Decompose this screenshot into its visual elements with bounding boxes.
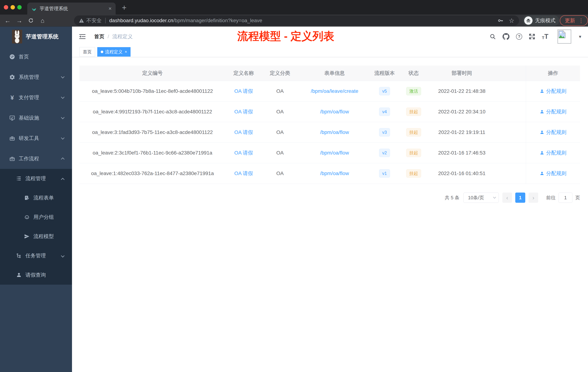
tag-label: 流程定义 xyxy=(105,49,123,55)
sidebar-collapse-icon[interactable] xyxy=(79,34,86,40)
avatar-caret-icon[interactable]: ▾ xyxy=(579,34,581,40)
cell-definition-id: oa_leave:1:482ec033-762a-11ec-8477-a2380… xyxy=(79,171,225,176)
chevron-down-icon xyxy=(61,254,64,258)
tag-label: 首页 xyxy=(83,49,92,55)
tag-home[interactable]: 首页 xyxy=(79,47,95,57)
browser-menu-icon[interactable]: ⋮ xyxy=(578,17,584,24)
table-row: oa_leave:3:1fad3d93-7b75-11ec-a3c8-acde4… xyxy=(79,122,580,143)
definition-name-link[interactable]: OA 请假 xyxy=(234,88,253,94)
user-icon xyxy=(540,171,544,176)
dashboard-icon xyxy=(9,54,15,60)
security-label[interactable]: 不安全 xyxy=(86,17,102,24)
prev-page-button[interactable]: ‹ xyxy=(502,193,512,203)
forward-icon[interactable]: → xyxy=(14,15,24,27)
form-link[interactable]: /bpm/oa/flow xyxy=(320,109,349,114)
status-badge: 挂起 xyxy=(406,169,421,178)
url-separator xyxy=(105,18,106,23)
version-badge: v5 xyxy=(379,87,390,95)
tags-view-bar: 首页 流程定义 × xyxy=(72,47,588,57)
user-icon xyxy=(540,109,544,114)
sidebar-item-devtools[interactable]: 研发工具 xyxy=(0,128,72,149)
fullscreen-icon[interactable] xyxy=(529,33,535,40)
user-icon xyxy=(16,272,22,278)
sidebar-item-home[interactable]: 首页 xyxy=(0,47,72,67)
back-icon[interactable]: ← xyxy=(2,15,13,27)
breadcrumb-home[interactable]: 首页 xyxy=(94,33,104,40)
status-badge: 激活 xyxy=(406,87,421,95)
page-size-select[interactable]: 10条/页 xyxy=(463,193,499,203)
form-link[interactable]: /bpm/oa/flow xyxy=(320,150,349,156)
definition-name-link[interactable]: OA 请假 xyxy=(234,171,253,176)
cell-category: OA xyxy=(262,171,298,176)
window-minimize-button[interactable] xyxy=(10,5,15,10)
active-dot xyxy=(101,51,103,53)
table-row: oa_leave:5:004b710b-7b8a-11ec-8ef0-acde4… xyxy=(79,81,580,101)
cell-category: OA xyxy=(262,150,298,156)
sidebar-item-process-form[interactable]: 流程表单 xyxy=(0,188,72,208)
assign-rule-button[interactable]: 分配规则 xyxy=(540,129,567,136)
next-page-button[interactable]: › xyxy=(529,193,538,203)
sidebar-item-label: 系统管理 xyxy=(19,74,39,81)
chevron-down-icon xyxy=(61,75,64,78)
password-key-icon[interactable] xyxy=(497,17,504,24)
table-row: oa_leave:1:482ec033-762a-11ec-8477-a2380… xyxy=(79,163,580,184)
window-zoom-button[interactable] xyxy=(17,5,22,10)
form-link[interactable]: /bpm/oa/flow xyxy=(320,171,349,176)
cell-category: OA xyxy=(262,88,298,94)
font-size-icon[interactable]: TT xyxy=(542,33,548,40)
sidebar-item-label: 研发工具 xyxy=(19,135,39,142)
reload-icon[interactable] xyxy=(26,15,36,27)
github-icon[interactable] xyxy=(503,33,509,40)
chevron-down-icon xyxy=(61,95,64,99)
sidebar-item-label: 流程表单 xyxy=(33,194,54,201)
avatar[interactable] xyxy=(557,30,571,44)
sidebar-item-user-group[interactable]: 用户分组 xyxy=(0,208,72,227)
column-header: 部署时间 xyxy=(429,70,494,77)
definition-name-link[interactable]: OA 请假 xyxy=(234,109,253,114)
sidebar-item-system[interactable]: 系统管理 xyxy=(0,67,72,87)
window-close-button[interactable] xyxy=(4,5,8,10)
help-icon[interactable]: ? xyxy=(516,33,522,40)
search-icon[interactable] xyxy=(489,33,496,40)
home-icon[interactable]: ⌂ xyxy=(37,15,48,27)
security-warning-icon[interactable] xyxy=(79,18,84,23)
status-badge: 挂起 xyxy=(406,149,421,157)
sidebar-item-process-management[interactable]: 流程管理 xyxy=(0,169,72,188)
sidebar-item-infrastructure[interactable]: 基础设施 xyxy=(0,108,72,128)
chrome-update-button[interactable]: 更新 ⋮ xyxy=(560,15,588,26)
goto-suffix: 页 xyxy=(575,195,580,201)
page-number-button[interactable]: 1 xyxy=(515,193,525,203)
sidebar-item-leave-query[interactable]: 请假查询 xyxy=(0,265,72,285)
sidebar-item-label: 流程模型 xyxy=(33,233,54,240)
browser-tab[interactable]: 芋道管理系统 × xyxy=(27,2,116,15)
assign-rule-button[interactable]: 分配规则 xyxy=(540,88,567,95)
app-title: 芋道管理系统 xyxy=(26,33,59,40)
workflow-submenu: 流程管理 流程表单 用户分组 xyxy=(0,169,72,285)
form-link[interactable]: /bpm/oa/leave/create xyxy=(311,88,358,94)
tab-close-icon[interactable]: × xyxy=(108,5,112,12)
incognito-label: 无痕模式 xyxy=(535,17,556,24)
status-badge: 挂起 xyxy=(406,108,421,116)
tag-close-icon[interactable]: × xyxy=(125,50,127,54)
definition-name-link[interactable]: OA 请假 xyxy=(234,129,253,135)
sidebar-item-task-management[interactable]: 任务管理 xyxy=(0,246,72,265)
table-header-row: 定义编号 定义名称 定义分类 表单信息 流程版本 状态 部署时间 操作 xyxy=(79,66,580,81)
goto-page-input[interactable]: 1 xyxy=(558,193,572,203)
group-icon xyxy=(24,214,30,220)
assign-rule-button[interactable]: 分配规则 xyxy=(540,149,567,156)
assign-rule-button[interactable]: 分配规则 xyxy=(540,170,567,177)
definition-name-link[interactable]: OA 请假 xyxy=(234,150,253,156)
new-tab-button[interactable]: + xyxy=(119,2,129,13)
url-bar[interactable]: 不安全 dashboard.yudao.iocoder.cn/bpm/manag… xyxy=(74,15,519,26)
sidebar-item-workflow[interactable]: 工作流程 xyxy=(0,149,72,169)
screen: 芋道管理系统 × + ← → ⌂ 不安全 dashboard.yudao.ioc… xyxy=(0,0,588,372)
cell-definition-id: oa_leave:4:991f2193-7b7f-11ec-a3c8-acde4… xyxy=(79,109,225,115)
form-link[interactable]: /bpm/oa/flow xyxy=(320,129,349,135)
bookmark-star-icon[interactable]: ☆ xyxy=(509,17,514,24)
sidebar-item-process-model[interactable]: 流程模型 xyxy=(0,227,72,246)
tag-process-definition[interactable]: 流程定义 × xyxy=(97,47,131,57)
sidebar: 芋道管理系统 首页 系统管理 ¥ 支付管理 xyxy=(0,27,72,372)
assign-rule-button[interactable]: 分配规则 xyxy=(540,108,567,115)
column-header: 操作 xyxy=(526,66,580,81)
sidebar-item-payment[interactable]: ¥ 支付管理 xyxy=(0,87,72,108)
